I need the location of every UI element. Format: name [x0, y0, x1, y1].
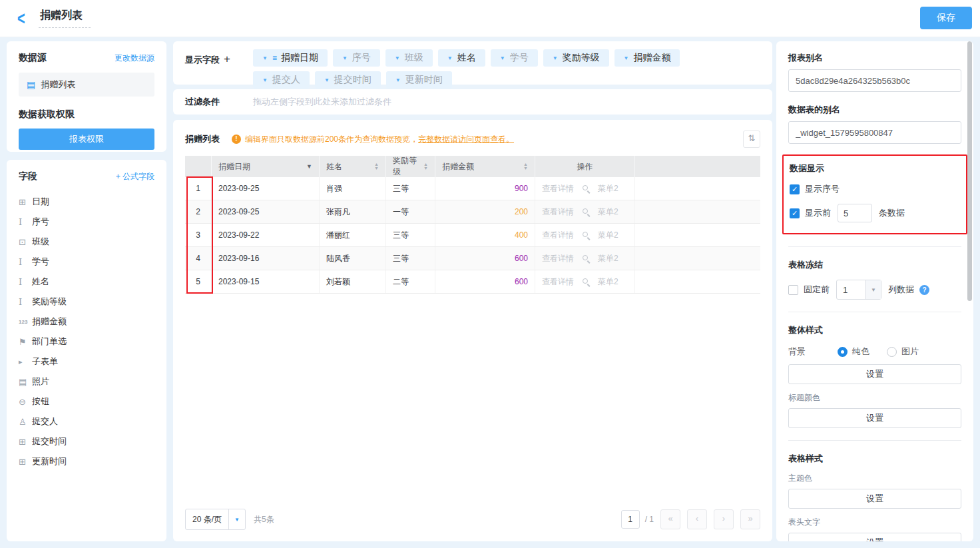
show-index-checkbox[interactable]: ✓	[790, 184, 800, 194]
solid-color-radio[interactable]	[838, 347, 848, 357]
background-settings-button[interactable]: 设置	[788, 364, 961, 384]
menu2-link[interactable]: 菜单2	[598, 206, 618, 218]
field-item[interactable]: Ⅰ学号	[19, 252, 154, 272]
table-row[interactable]: 42023-09-16陆风香三等600查看详情菜单2	[185, 247, 760, 270]
display-field-chip[interactable]: ▼更新时间	[386, 71, 452, 89]
field-item[interactable]: ♙提交人	[19, 411, 154, 431]
page-title[interactable]: 捐赠列表	[39, 9, 91, 28]
field-item[interactable]: ⊡班级	[19, 232, 154, 252]
page-number-input[interactable]	[621, 510, 640, 529]
search-icon[interactable]	[582, 231, 590, 239]
menu2-link[interactable]: 菜单2	[598, 253, 618, 264]
actions-cell: 查看详情菜单2	[535, 247, 635, 270]
page-size-select[interactable]: 20 条/页 ▼	[185, 509, 246, 530]
field-item[interactable]: ⊞更新时间	[19, 451, 154, 471]
help-icon[interactable]: ?	[919, 285, 929, 295]
date-cell: 2023-09-16	[212, 247, 320, 270]
field-label: 日期	[32, 196, 49, 208]
display-field-chip[interactable]: ▼捐赠金额	[614, 49, 680, 67]
table-alias-input[interactable]	[788, 121, 961, 144]
search-icon[interactable]	[582, 278, 590, 286]
show-top-count-input[interactable]	[838, 204, 872, 222]
theme-color-label: 主题色	[788, 473, 961, 484]
freeze-columns-checkbox[interactable]	[788, 285, 798, 295]
search-icon[interactable]	[582, 254, 590, 262]
display-field-chip[interactable]: ▼姓名	[438, 49, 485, 67]
display-field-chip[interactable]: ▼提交时间	[315, 71, 381, 89]
first-page-icon[interactable]: «	[660, 509, 680, 529]
field-item[interactable]: Ⅰ序号	[19, 212, 154, 232]
sort-icon: ≡	[272, 53, 277, 63]
freeze-count-select[interactable]: 1 ▼	[836, 280, 881, 300]
view-detail-link[interactable]: 查看详情	[542, 230, 574, 241]
datasource-item[interactable]: ▤ 捐赠列表	[19, 73, 154, 97]
report-alias-input[interactable]	[788, 69, 961, 92]
table-row[interactable]: 22023-09-25张雨凡一等200查看详情菜单2	[185, 200, 760, 224]
theme-color-settings-button[interactable]: 设置	[788, 489, 961, 509]
field-item[interactable]: ⊞提交时间	[19, 431, 154, 451]
field-label: 更新时间	[32, 455, 67, 467]
add-field-icon[interactable]: +	[224, 53, 230, 65]
table-column-header[interactable]: 姓名▲▼	[320, 156, 386, 177]
table-column-header[interactable]: 奖励等级▲▼	[386, 156, 435, 177]
sort-carets-icon[interactable]: ▲▼	[423, 162, 428, 170]
view-detail-link[interactable]: 查看详情	[542, 183, 574, 194]
sort-desc-icon[interactable]: ▼	[306, 163, 312, 170]
name-cell: 刘若颖	[320, 270, 386, 293]
search-icon[interactable]	[582, 208, 590, 216]
field-item[interactable]: 123捐赠金额	[19, 312, 154, 332]
menu2-link[interactable]: 菜单2	[598, 230, 618, 241]
row-index-column-header	[185, 156, 212, 177]
report-permission-button[interactable]: 报表权限	[19, 129, 154, 150]
menu2-link[interactable]: 菜单2	[598, 183, 618, 194]
back-icon[interactable]: <	[17, 6, 25, 30]
header-text-settings-button[interactable]: 设置	[788, 533, 961, 541]
display-field-chip[interactable]: ▼学号	[491, 49, 538, 67]
table-row[interactable]: 32023-09-22潘丽红三等400查看详情菜单2	[185, 224, 760, 247]
field-item[interactable]: ▤照片	[19, 372, 154, 392]
notice-link[interactable]: 完整数据请访问页面查看。	[418, 134, 514, 145]
prev-page-icon[interactable]: ‹	[687, 509, 707, 529]
field-item[interactable]: Ⅰ姓名	[19, 272, 154, 292]
search-icon[interactable]	[582, 184, 590, 192]
divider	[788, 440, 961, 441]
field-item[interactable]: ⊖按钮	[19, 392, 154, 411]
last-page-icon[interactable]: »	[740, 509, 760, 529]
display-fields-panel: 显示字段+ ▼≡捐赠日期▼序号▼班级▼姓名▼学号▼奖励等级▼捐赠金额▼提交人▼提…	[173, 41, 772, 85]
data-display-annotation-box: 数据显示 ✓ 显示序号 ✓ 显示前 条数据	[782, 154, 967, 234]
field-item[interactable]: ▸子表单	[19, 352, 154, 372]
filter-dropzone[interactable]: 拖动左侧字段到此处来添加过滤条件	[253, 96, 391, 108]
field-label: 按钮	[32, 396, 49, 408]
display-field-chip[interactable]: ▼班级	[385, 49, 433, 67]
field-item[interactable]: Ⅰ奖励等级	[19, 292, 154, 312]
display-field-chip[interactable]: ▼奖励等级	[543, 49, 609, 67]
view-detail-link[interactable]: 查看详情	[542, 276, 574, 288]
sort-order-button[interactable]: ⇅	[743, 131, 760, 148]
datasource-item-label: 捐赠列表	[41, 79, 75, 91]
display-field-chip[interactable]: ▼序号	[333, 49, 380, 67]
table-row[interactable]: 52023-09-15刘若颖二等600查看详情菜单2	[185, 270, 760, 294]
table-column-header[interactable]: 捐赠日期▼	[212, 156, 320, 177]
table-row[interactable]: 12023-09-25肖强三等900查看详情菜单2	[185, 177, 760, 200]
show-top-checkbox[interactable]: ✓	[790, 208, 800, 218]
add-formula-field-link[interactable]: + 公式字段	[116, 171, 154, 182]
view-detail-link[interactable]: 查看详情	[542, 253, 574, 264]
image-radio[interactable]	[887, 347, 897, 357]
field-item[interactable]: ⊞日期	[19, 192, 154, 212]
sort-carets-icon[interactable]: ▲▼	[374, 162, 379, 170]
chevron-down-icon: ▼	[395, 55, 400, 61]
menu2-link[interactable]: 菜单2	[598, 276, 618, 288]
scrollbar[interactable]	[967, 41, 972, 301]
sort-carets-icon[interactable]: ▲▼	[523, 162, 528, 170]
view-detail-link[interactable]: 查看详情	[542, 206, 574, 218]
display-field-chip[interactable]: ▼≡捐赠日期	[253, 49, 328, 67]
table-column-header[interactable]: 捐赠金额▲▼	[435, 156, 535, 177]
fields-panel: 字段 + 公式字段 ⊞日期Ⅰ序号⊡班级Ⅰ学号Ⅰ姓名Ⅰ奖励等级123捐赠金额⚑部门…	[7, 160, 166, 541]
save-button[interactable]: 保存	[920, 7, 972, 29]
next-page-icon[interactable]: ›	[714, 509, 734, 529]
change-datasource-link[interactable]: 更改数据源	[115, 53, 154, 64]
title-color-settings-button[interactable]: 设置	[788, 408, 961, 428]
display-field-chip[interactable]: ▼提交人	[253, 71, 310, 89]
field-item[interactable]: ⚑部门单选	[19, 332, 154, 352]
row-index-cell: 4	[185, 247, 212, 270]
